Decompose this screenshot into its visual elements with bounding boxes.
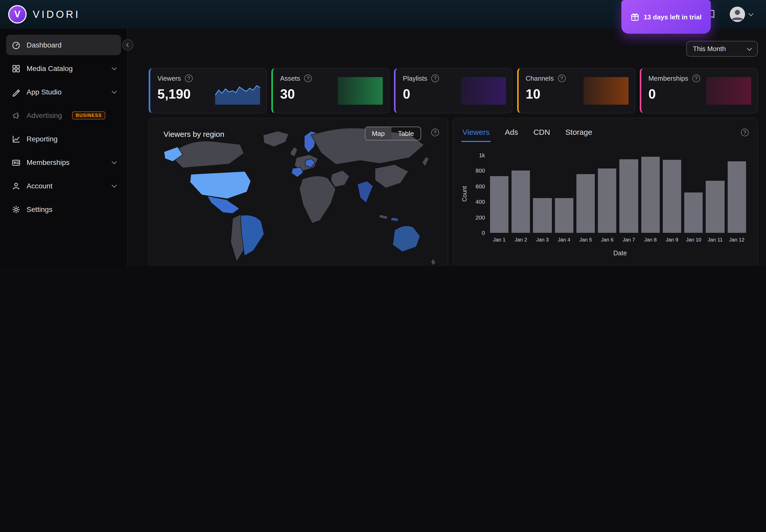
chevron-down-icon xyxy=(112,65,117,70)
toggle-map[interactable]: Map xyxy=(365,127,391,140)
help-icon[interactable] xyxy=(185,75,193,82)
map-panel-title: Viewers by region xyxy=(163,130,224,138)
viewers-bar-chart: Count 1k8006004002000 Jan 1Jan 2Jan 3Jan… xyxy=(461,155,748,243)
megaphone-icon xyxy=(11,111,20,120)
chevron-down-icon xyxy=(747,46,752,51)
period-select[interactable]: This Month xyxy=(686,41,758,57)
topbar: V VIDORI 13 days left in trial xyxy=(0,0,766,29)
bar-jan-9 xyxy=(663,160,682,233)
x-tick-label: Jan 11 xyxy=(706,237,725,243)
map-mexico xyxy=(207,196,240,213)
y-tick-label: 0 xyxy=(482,230,485,235)
stat-card: Assets 30 xyxy=(271,68,389,113)
trial-countdown-button[interactable]: 13 days left in trial xyxy=(621,0,711,34)
stat-card: Viewers 5,190 xyxy=(149,68,267,113)
stat-label: Assets xyxy=(280,75,300,82)
metrics-tabs: Viewers Ads CDN Storage xyxy=(461,126,748,142)
tab-storage[interactable]: Storage xyxy=(564,126,593,142)
sidebar-item-dashboard[interactable]: Dashboard xyxy=(6,35,121,55)
sidebar-item-account[interactable]: Account xyxy=(6,176,121,196)
period-value: This Month xyxy=(693,45,726,53)
x-tick-label: Jan 12 xyxy=(727,237,746,243)
map-usa xyxy=(190,171,251,199)
bar-jan-6 xyxy=(598,168,617,233)
bar-jan-3 xyxy=(533,198,552,233)
map-greenland xyxy=(263,131,289,147)
help-icon[interactable] xyxy=(431,129,439,136)
account-menu-button[interactable] xyxy=(727,6,756,22)
help-icon[interactable] xyxy=(304,75,312,82)
user-icon xyxy=(730,7,745,22)
tab-cdn[interactable]: CDN xyxy=(532,126,551,142)
y-tick-label: 800 xyxy=(475,168,485,173)
bar-jan-10 xyxy=(684,192,703,233)
stat-card: Playlists 0 xyxy=(394,68,512,113)
bar-jan-2 xyxy=(511,171,530,233)
stat-cards-row: Viewers 5,190 Assets 30 Playlists 0 Chan… xyxy=(149,68,758,113)
viewers-by-region-panel: Viewers by region Map Table xyxy=(149,118,448,266)
sidebar-item-memberships[interactable]: Memberships xyxy=(6,152,121,173)
trial-countdown-label: 13 days left in trial xyxy=(644,13,702,21)
sidebar-item-app-studio[interactable]: App Studio xyxy=(6,82,121,102)
metrics-panel: Viewers Ads CDN Storage Count 1k80060040… xyxy=(453,118,758,266)
sidebar-item-label: Reporting xyxy=(27,135,57,143)
x-tick-label: Jan 6 xyxy=(598,237,617,243)
bar-jan-4 xyxy=(555,198,573,233)
bar-jan-7 xyxy=(620,159,638,233)
sidebar-item-media-catalog[interactable]: Media Catalog xyxy=(6,58,121,79)
map-china-sea xyxy=(375,164,409,188)
help-icon[interactable] xyxy=(431,75,439,82)
pencil-icon xyxy=(11,87,20,96)
x-tick-label: Jan 9 xyxy=(663,237,682,243)
sidebar-item-advertising[interactable]: Advertising BUSINESS xyxy=(6,105,121,126)
bar-jan-11 xyxy=(706,181,725,233)
main-content: This Month Viewers 5,190 Assets 30 Playl… xyxy=(128,29,766,266)
gift-icon xyxy=(630,13,639,21)
dashboard-icon xyxy=(11,40,20,50)
tab-viewers[interactable]: Viewers xyxy=(461,126,490,142)
map-japan xyxy=(422,157,429,166)
x-tick-label: Jan 1 xyxy=(490,237,509,243)
map-canada xyxy=(173,141,244,168)
chart-icon xyxy=(11,134,20,143)
chart-x-axis-label: Date xyxy=(461,250,748,257)
bar-jan-12 xyxy=(727,161,746,233)
chart-y-ticks: 1k8006004002000 xyxy=(469,155,485,233)
stat-card: Memberships 0 xyxy=(640,68,758,113)
chevron-down-icon xyxy=(112,88,117,93)
sidebar-item-settings[interactable]: Settings xyxy=(6,199,121,220)
chart-x-ticks: Jan 1Jan 2Jan 3Jan 4Jan 5Jan 6Jan 7Jan 8… xyxy=(490,237,746,243)
map-middle-east xyxy=(331,170,350,187)
business-badge: BUSINESS xyxy=(72,111,105,119)
sidebar-item-label: Account xyxy=(27,182,52,190)
map-new-zealand xyxy=(431,259,436,265)
viewers-sparkline xyxy=(215,77,260,105)
chevron-down-icon xyxy=(112,182,117,187)
sidebar-item-label: Media Catalog xyxy=(27,64,73,72)
brand-name: VIDORI xyxy=(33,8,80,20)
chevron-down-icon xyxy=(748,11,753,16)
user-icon xyxy=(11,181,20,190)
help-icon[interactable] xyxy=(741,129,749,136)
tab-ads[interactable]: Ads xyxy=(504,126,519,142)
sidebar-collapse-button[interactable] xyxy=(122,39,133,51)
map-australia xyxy=(393,226,420,252)
y-tick-label: 1k xyxy=(479,153,485,158)
y-tick-label: 400 xyxy=(475,199,485,204)
x-tick-label: Jan 8 xyxy=(641,237,660,243)
sidebar-item-reporting[interactable]: Reporting xyxy=(6,129,121,149)
sidebar-item-label: Advertising xyxy=(27,111,62,119)
x-tick-label: Jan 5 xyxy=(577,237,595,243)
map-table-toggle: Map Table xyxy=(365,127,421,140)
chevron-left-icon xyxy=(126,43,130,47)
vidori-logo[interactable]: V VIDORI xyxy=(8,5,80,23)
help-icon[interactable] xyxy=(692,75,700,82)
gear-icon xyxy=(11,205,20,214)
chart-y-axis-label: Count xyxy=(461,155,467,233)
x-tick-label: Jan 3 xyxy=(533,237,552,243)
stat-label: Channels xyxy=(525,75,554,82)
help-icon[interactable] xyxy=(558,75,565,82)
map-brazil xyxy=(241,215,264,256)
sidebar-item-label: Settings xyxy=(27,205,52,213)
toggle-table[interactable]: Table xyxy=(391,127,421,140)
